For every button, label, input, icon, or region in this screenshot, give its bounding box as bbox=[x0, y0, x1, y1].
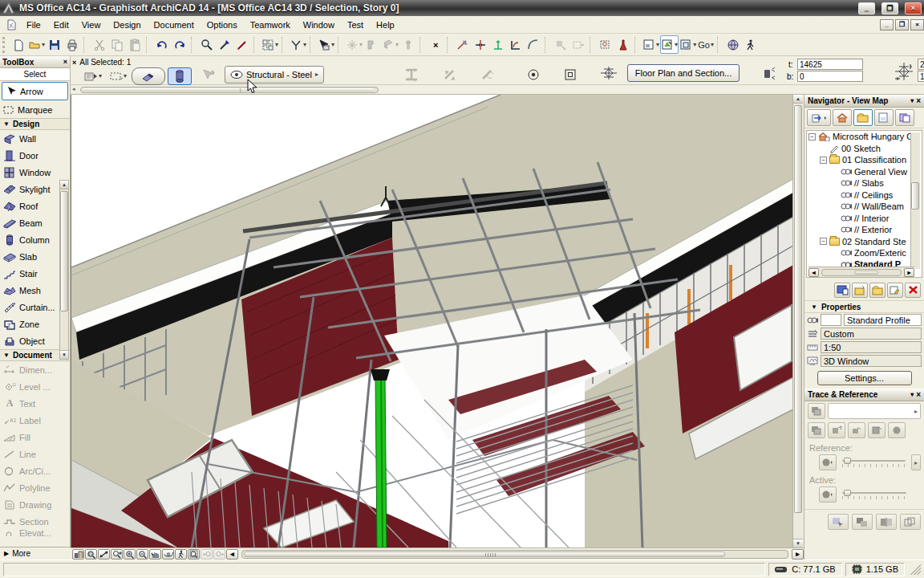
switch-active-button[interactable] bbox=[852, 514, 873, 530]
toolbox-more[interactable]: ▶More bbox=[0, 547, 71, 560]
tree-item-view[interactable]: General View bbox=[807, 166, 922, 178]
anchor-point-center-icon[interactable] bbox=[525, 66, 542, 83]
open-button[interactable]: ▾ bbox=[27, 35, 46, 54]
explore-walk-button[interactable] bbox=[175, 549, 187, 560]
tool-elevation[interactable]: Elevat... bbox=[0, 530, 70, 536]
tool-label[interactable]: A1Label bbox=[0, 412, 70, 429]
settings-button[interactable]: Settings... bbox=[817, 371, 912, 385]
toolbar-handle[interactable] bbox=[2, 37, 7, 53]
magic-wand-button[interactable] bbox=[614, 35, 632, 54]
menu-document[interactable]: Document bbox=[148, 18, 201, 32]
view-id-field[interactable] bbox=[821, 314, 841, 326]
view-mode-dropdown[interactable]: ▾ bbox=[660, 35, 679, 54]
tree-item-view[interactable]: // Ceilings bbox=[807, 189, 922, 201]
scroll-down-icon[interactable]: ▾ bbox=[60, 350, 68, 359]
navigator-titlebar[interactable]: Navigator - View Map ▾ × bbox=[804, 95, 924, 108]
new-folder-button[interactable] bbox=[869, 283, 886, 298]
favorites-button[interactable]: ▾ bbox=[82, 67, 104, 85]
view-map-button[interactable] bbox=[853, 109, 873, 126]
collapse-icon[interactable]: − bbox=[820, 238, 827, 245]
tree-scroll-left-icon[interactable]: ◂ bbox=[808, 268, 819, 277]
properties-header[interactable]: ▼ Properties bbox=[804, 300, 924, 313]
tool-marquee[interactable]: Marquee bbox=[0, 101, 70, 118]
profile-width-field[interactable] bbox=[918, 71, 924, 82]
viewport-vscrollbar[interactable]: ▴ ▾ bbox=[792, 95, 804, 547]
structure-display-button[interactable]: ▾ bbox=[345, 35, 363, 54]
reference-color-button[interactable] bbox=[819, 454, 837, 470]
scroll-left-button[interactable]: ◂ bbox=[226, 549, 238, 560]
anchor-button[interactable] bbox=[399, 35, 417, 54]
tool-drawing[interactable]: Drawing bbox=[0, 496, 70, 513]
wall-corner-button[interactable] bbox=[363, 35, 381, 54]
scroll-right-button[interactable]: ▸ bbox=[792, 549, 804, 560]
gravity-button[interactable]: ▾ bbox=[289, 35, 307, 54]
navigator-menu-icon[interactable]: ▾ bbox=[910, 97, 914, 104]
edit-selection-set-button[interactable] bbox=[597, 35, 614, 54]
tool-window[interactable]: Window bbox=[0, 164, 70, 181]
save-view-button[interactable] bbox=[852, 283, 868, 298]
trace-toggle-button[interactable] bbox=[808, 403, 825, 419]
selection-elevation-button[interactable]: ▾ bbox=[107, 67, 129, 85]
redo-button[interactable] bbox=[171, 35, 188, 54]
document-header[interactable]: Document bbox=[13, 351, 52, 360]
menu-window[interactable]: Window bbox=[297, 18, 341, 32]
mdi-restore-button[interactable]: ❐ bbox=[895, 19, 909, 31]
arrow-mode-icon[interactable] bbox=[199, 66, 218, 83]
trace-menu-icon[interactable]: ▾ bbox=[910, 391, 914, 398]
profile-rotate-icon[interactable] bbox=[440, 66, 460, 83]
collapse-icon[interactable]: − bbox=[808, 133, 816, 140]
bottom-elevation-field[interactable] bbox=[797, 71, 863, 82]
layer-selector-button[interactable]: Structural - Steel ▸ bbox=[225, 66, 324, 83]
collapse-icon[interactable]: − bbox=[820, 157, 827, 164]
reference-chooser-dropdown[interactable]: ▸ bbox=[828, 403, 921, 419]
navigator-close-icon[interactable]: × bbox=[916, 96, 921, 105]
active-intensity-slider[interactable] bbox=[842, 489, 906, 500]
walk-icon[interactable] bbox=[742, 35, 760, 54]
tool-polyline[interactable]: Polyline bbox=[0, 479, 70, 496]
tree-vscrollbar[interactable] bbox=[910, 132, 920, 269]
stretch-button[interactable] bbox=[569, 35, 587, 54]
menu-teamwork[interactable]: Teamwork bbox=[244, 18, 297, 32]
copy-button[interactable] bbox=[108, 35, 126, 54]
renovation-filter-button[interactable] bbox=[132, 67, 165, 85]
virtual-reality-icon[interactable] bbox=[724, 35, 742, 54]
layouts-dropdown[interactable]: ▾ bbox=[642, 35, 660, 54]
vscroll-down-icon[interactable]: ▾ bbox=[793, 539, 803, 547]
tool-line[interactable]: Line bbox=[0, 446, 70, 462]
fit-in-window-button[interactable] bbox=[188, 549, 200, 560]
menu-file[interactable]: File bbox=[20, 18, 47, 32]
navigate-button[interactable] bbox=[98, 549, 110, 560]
show-on-screen-button[interactable] bbox=[834, 283, 850, 298]
tool-fill[interactable]: Fill bbox=[0, 429, 70, 446]
profile-mirror-icon[interactable] bbox=[478, 66, 499, 83]
tree-scroll-right-icon[interactable]: ▸ bbox=[904, 268, 914, 277]
move-reference-button[interactable] bbox=[828, 422, 845, 438]
tool-door[interactable]: Door bbox=[0, 147, 70, 164]
save-button[interactable] bbox=[46, 35, 63, 54]
zoom-selection-button[interactable] bbox=[85, 549, 97, 560]
mdi-minimize-button[interactable]: _ bbox=[880, 19, 894, 31]
reset-reference-button[interactable] bbox=[868, 422, 886, 438]
pan-button[interactable] bbox=[149, 549, 161, 560]
view-name-field[interactable]: Standard Profile bbox=[844, 314, 922, 326]
tree-hscrollbar[interactable]: ◂ ▸ bbox=[808, 267, 914, 277]
core-symbolic-icon[interactable] bbox=[597, 64, 621, 82]
intersect-button[interactable] bbox=[507, 35, 525, 54]
toolbox-close-icon[interactable]: × bbox=[63, 58, 67, 66]
overlay-frames-button[interactable] bbox=[900, 514, 921, 530]
quick-options-button[interactable] bbox=[72, 549, 84, 560]
infobox-scroll-thumb[interactable] bbox=[82, 88, 374, 92]
resize-grip[interactable] bbox=[910, 564, 921, 575]
tree-item-view[interactable]: // Interior bbox=[807, 213, 922, 225]
tree-item-view[interactable]: Zoom/Exteric bbox=[807, 247, 922, 259]
drag-reference-button[interactable] bbox=[828, 514, 849, 530]
minimize-button[interactable]: _ bbox=[858, 2, 875, 14]
viewport-3d[interactable]: ▴ ▾ bbox=[71, 95, 804, 547]
trace-close-icon[interactable]: × bbox=[916, 390, 921, 399]
tree-item-project[interactable]: − Microsoft Hungary O bbox=[807, 131, 922, 143]
menu-test[interactable]: Test bbox=[341, 18, 370, 32]
find-select-button[interactable] bbox=[198, 35, 216, 54]
anchor-point-edge-icon[interactable] bbox=[561, 66, 579, 83]
active-color-button[interactable] bbox=[819, 486, 837, 503]
new-button[interactable] bbox=[10, 35, 27, 54]
